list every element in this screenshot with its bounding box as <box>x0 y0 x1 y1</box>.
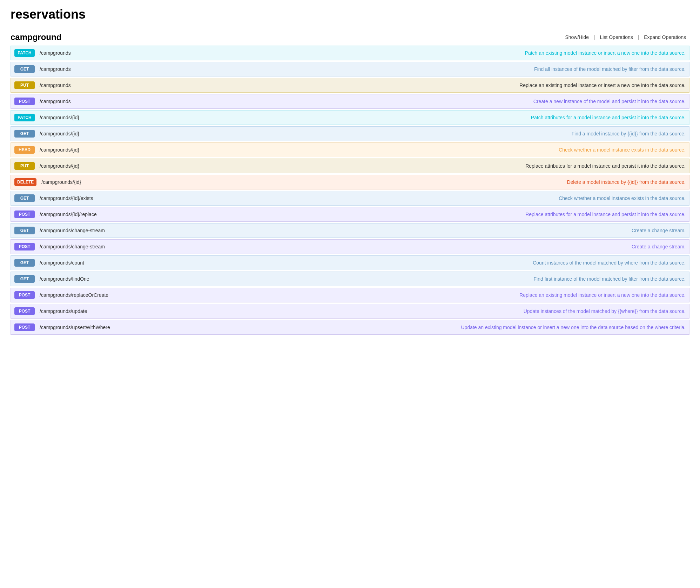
operations-list: PATCH/campgroundsPatch an existing model… <box>11 46 689 335</box>
table-row[interactable]: PATCH/campgroundsPatch an existing model… <box>11 46 689 60</box>
method-badge-patch: PATCH <box>14 114 35 121</box>
op-path: /campgrounds/update <box>40 308 131 314</box>
method-badge-get: GET <box>14 259 35 267</box>
op-description: Find a model instance by {{id}} from the… <box>131 131 686 136</box>
op-path: /campgrounds/{id} <box>40 115 131 120</box>
op-path: /campgrounds/{id} <box>40 163 131 169</box>
table-row[interactable]: GET/campgrounds/{id}/existsCheck whether… <box>11 191 689 206</box>
op-description: Find first instance of the model matched… <box>131 276 686 282</box>
op-description: Find all instances of the model matched … <box>131 66 686 72</box>
table-row[interactable]: POST/campgrounds/{id}/replaceReplace att… <box>11 207 689 222</box>
table-row[interactable]: GET/campgroundsFind all instances of the… <box>11 62 689 76</box>
op-description: Count instances of the model matched by … <box>131 260 686 266</box>
table-row[interactable]: GET/campgrounds/countCount instances of … <box>11 255 689 270</box>
method-badge-patch: PATCH <box>14 49 35 57</box>
expand-operations-link[interactable]: Expand Operations <box>640 34 689 40</box>
op-description: Replace an existing model instance or in… <box>131 292 686 298</box>
op-path: /campgrounds/replaceOrCreate <box>40 292 131 298</box>
method-badge-post: POST <box>14 323 35 331</box>
op-description: Check whether a model instance exists in… <box>131 147 686 153</box>
op-description: Update an existing model instance or ins… <box>131 325 686 330</box>
op-path: /campgrounds/upsertWithWhere <box>40 325 131 330</box>
section-title: campground <box>11 32 61 42</box>
op-description: Replace attributes for a model instance … <box>131 163 686 169</box>
section-header: campground Show/Hide | List Operations |… <box>11 32 689 42</box>
op-description: Replace attributes for a model instance … <box>131 212 686 217</box>
table-row[interactable]: DELETE/campgrounds/{id}Delete a model in… <box>11 175 689 189</box>
table-row[interactable]: POST/campgrounds/change-streamCreate a c… <box>11 239 689 254</box>
show-hide-link[interactable]: Show/Hide <box>561 34 592 40</box>
op-path: /campgrounds <box>40 99 131 104</box>
op-path: /campgrounds <box>40 82 131 88</box>
op-description: Update instances of the model matched by… <box>131 308 686 314</box>
op-path: /campgrounds <box>40 66 131 72</box>
method-badge-post: POST <box>14 211 35 218</box>
table-row[interactable]: POST/campgroundsCreate a new instance of… <box>11 94 689 109</box>
op-description: Patch an existing model instance or inse… <box>131 50 686 56</box>
divider-2: | <box>637 34 640 40</box>
divider-1: | <box>592 34 596 40</box>
table-row[interactable]: GET/campgrounds/findOneFind first instan… <box>11 272 689 286</box>
method-badge-get: GET <box>14 275 35 283</box>
op-path: /campgrounds/change-stream <box>40 244 131 249</box>
op-path: /campgrounds/{id} <box>40 131 131 136</box>
method-badge-get: GET <box>14 130 35 138</box>
list-operations-link[interactable]: List Operations <box>597 34 637 40</box>
op-description: Check whether a model instance exists in… <box>131 195 686 201</box>
op-description: Create a change stream. <box>131 244 686 249</box>
table-row[interactable]: PUT/campgroundsReplace an existing model… <box>11 78 689 93</box>
op-path: /campgrounds/{id}/replace <box>40 212 131 217</box>
table-row[interactable]: POST/campgrounds/replaceOrCreateReplace … <box>11 288 689 302</box>
method-badge-get: GET <box>14 65 35 73</box>
op-description: Patch attributes for a model instance an… <box>131 115 686 120</box>
table-row[interactable]: POST/campgrounds/updateUpdate instances … <box>11 304 689 319</box>
op-description: Replace an existing model instance or in… <box>131 82 686 88</box>
op-path: /campgrounds/{id} <box>41 179 133 185</box>
table-row[interactable]: HEAD/campgrounds/{id}Check whether a mod… <box>11 142 689 157</box>
method-badge-post: POST <box>14 307 35 315</box>
op-description: Create a change stream. <box>131 228 686 233</box>
method-badge-delete: DELETE <box>14 178 36 186</box>
method-badge-post: POST <box>14 243 35 250</box>
method-badge-get: GET <box>14 194 35 202</box>
method-badge-get: GET <box>14 227 35 234</box>
op-path: /campgrounds/findOne <box>40 276 131 282</box>
table-row[interactable]: POST/campgrounds/upsertWithWhereUpdate a… <box>11 320 689 335</box>
table-row[interactable]: PUT/campgrounds/{id}Replace attributes f… <box>11 159 689 173</box>
op-description: Delete a model instance by {{id}} from t… <box>133 179 686 185</box>
method-badge-post: POST <box>14 98 35 105</box>
section-controls: Show/Hide | List Operations | Expand Ope… <box>561 34 689 40</box>
op-description: Create a new instance of the model and p… <box>131 99 686 104</box>
method-badge-post: POST <box>14 291 35 299</box>
op-path: /campgrounds/change-stream <box>40 228 131 233</box>
op-path: /campgrounds/{id} <box>40 147 131 153</box>
op-path: /campgrounds <box>40 50 131 56</box>
op-path: /campgrounds/{id}/exists <box>40 195 131 201</box>
method-badge-put: PUT <box>14 81 35 89</box>
table-row[interactable]: GET/campgrounds/{id}Find a model instanc… <box>11 126 689 141</box>
table-row[interactable]: GET/campgrounds/change-streamCreate a ch… <box>11 223 689 238</box>
page-title: reservations <box>11 7 689 22</box>
table-row[interactable]: PATCH/campgrounds/{id}Patch attributes f… <box>11 110 689 125</box>
method-badge-head: HEAD <box>14 146 35 154</box>
op-path: /campgrounds/count <box>40 260 131 266</box>
method-badge-put: PUT <box>14 162 35 170</box>
